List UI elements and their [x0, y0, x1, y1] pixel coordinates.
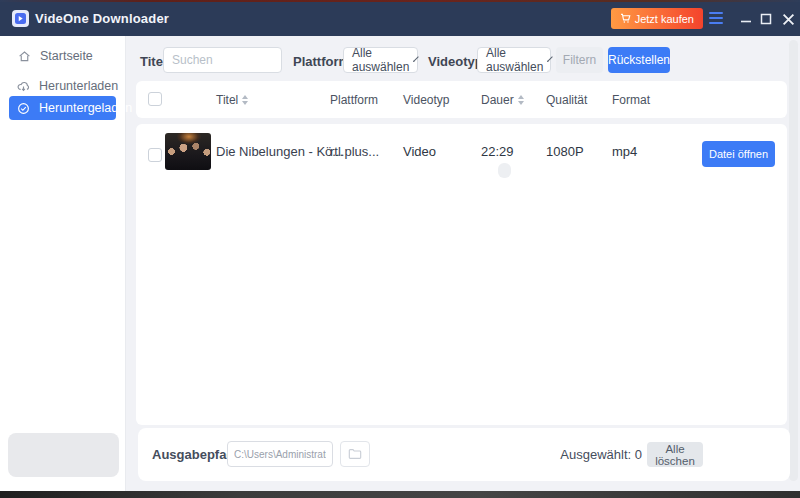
chevron-down-icon — [413, 56, 419, 62]
column-header-dauer[interactable]: Dauer — [481, 81, 524, 118]
cart-icon — [620, 13, 631, 24]
sidebar-item-label: Startseite — [40, 49, 93, 63]
desktop-edge-bottom — [0, 491, 800, 498]
column-header-plattform: Plattform — [330, 81, 378, 118]
reset-button[interactable]: Rückstellen — [608, 47, 670, 73]
app-window: VideOne Downloader Jetzt kaufen — [0, 0, 800, 498]
row-duration: 22:29 — [481, 144, 514, 159]
videotype-select-value: Alle auswählen — [486, 46, 543, 74]
scroll-thumb[interactable] — [498, 163, 511, 178]
platform-select-value: Alle auswählen — [352, 46, 409, 74]
row-title: Die Nibelungen - Kö... — [216, 144, 343, 159]
browse-folder-button[interactable] — [340, 441, 370, 467]
platform-select[interactable]: Alle auswählen — [343, 47, 418, 73]
search-input[interactable] — [163, 47, 282, 73]
menu-icon[interactable] — [709, 12, 723, 24]
sidebar-item-startseite[interactable]: Startseite — [9, 44, 116, 68]
column-header-qualitaet: Qualität — [546, 81, 587, 118]
row-quality: 1080P — [546, 144, 584, 159]
folder-icon — [348, 447, 362, 461]
table-row: Die Nibelungen - Kö... rtl.plus... Video… — [136, 124, 787, 180]
sidebar-item-label: Heruntergeladen — [39, 101, 132, 115]
check-circle-icon — [17, 102, 30, 115]
row-videotype: Video — [403, 144, 436, 159]
buy-now-label: Jetzt kaufen — [635, 13, 694, 25]
sidebar-item-heruntergeladen[interactable]: Heruntergeladen — [9, 96, 116, 120]
output-path-input[interactable] — [227, 441, 333, 467]
delete-all-button[interactable]: Alle löschen — [647, 442, 703, 467]
videotype-select[interactable]: Alle auswählen — [477, 47, 551, 73]
maximize-button[interactable] — [754, 2, 778, 36]
row-platform: rtl.plus... — [330, 144, 379, 159]
sidebar-item-herunterladen[interactable]: Herunterladen — [9, 74, 116, 98]
filter-platform-label: Plattform — [293, 54, 350, 69]
app-logo-icon — [12, 10, 29, 27]
column-header-titel[interactable]: Titel — [216, 81, 248, 118]
sidebar: Startseite Herunterladen Heruntergeladen — [0, 36, 126, 491]
cloud-download-icon — [17, 80, 30, 93]
sidebar-item-label: Herunterladen — [39, 79, 118, 93]
app-title: VideOne Downloader — [35, 11, 169, 26]
row-format: mp4 — [612, 144, 637, 159]
scrollbar-track[interactable] — [789, 40, 798, 481]
title-bar: VideOne Downloader Jetzt kaufen — [0, 2, 800, 36]
home-icon — [17, 50, 31, 63]
column-header-videotyp: Videotyp — [403, 81, 449, 118]
chevron-down-icon — [547, 56, 553, 62]
open-file-button[interactable]: Datei öffnen — [702, 141, 775, 167]
sort-icon[interactable] — [242, 95, 248, 105]
sidebar-banner-placeholder — [8, 433, 119, 477]
select-all-checkbox[interactable] — [148, 92, 162, 106]
filter-button[interactable]: Filtern — [556, 47, 603, 73]
table-header: Titel Plattform Videotyp Dauer Qualität … — [136, 81, 787, 118]
main-content: Titel Plattform Alle auswählen Videotyp … — [127, 36, 800, 491]
output-path-label: Ausgabepfad — [152, 447, 234, 462]
selected-count: Ausgewählt: 0 — [560, 447, 642, 462]
buy-now-button[interactable]: Jetzt kaufen — [611, 8, 703, 29]
download-list: Die Nibelungen - Kö... rtl.plus... Video… — [136, 124, 787, 425]
footer-bar: Ausgabepfad Ausgewählt: 0 Alle löschen — [138, 428, 790, 481]
column-header-format: Format — [612, 81, 650, 118]
filter-videotype-label: Videotyp — [428, 54, 483, 69]
row-checkbox[interactable] — [148, 148, 162, 162]
sort-icon[interactable] — [518, 95, 524, 105]
close-button[interactable] — [776, 2, 800, 36]
video-thumbnail — [165, 133, 211, 170]
